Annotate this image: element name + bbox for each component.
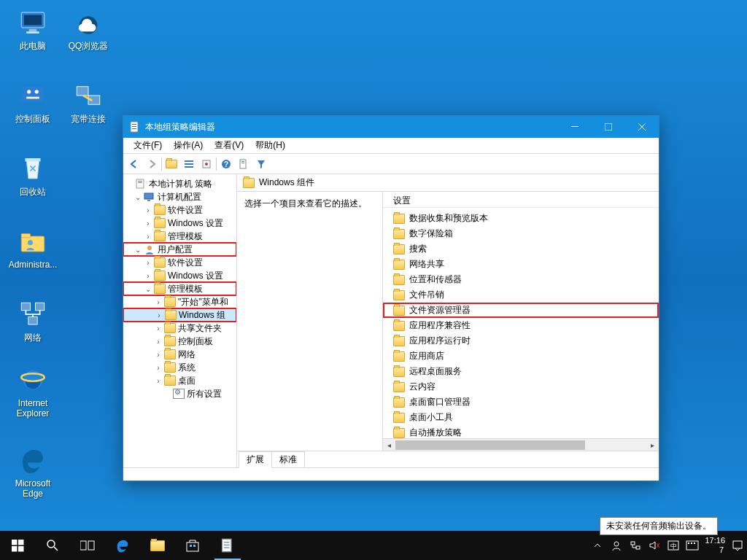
maximize-button[interactable] — [592, 116, 625, 138]
svg-rect-28 — [185, 166, 193, 168]
settings-item[interactable]: 位置和传感器 — [383, 272, 659, 287]
view-tabs: 扩展 标准 — [237, 451, 659, 467]
toolbar-help-button[interactable]: ? — [218, 156, 234, 172]
desktop-icon-network[interactable]: 网络 — [7, 299, 58, 343]
desktop-icon-control-panel[interactable]: 控制面板 — [7, 80, 58, 124]
settings-item[interactable]: 文件资源管理器 — [383, 303, 659, 318]
tree-item[interactable]: ›"开始"菜单和 — [123, 295, 236, 308]
folder-icon — [393, 290, 405, 300]
tree-item[interactable]: ›Windows 设置 — [123, 269, 236, 282]
settings-item[interactable]: 网络共享 — [383, 257, 659, 272]
tray-network-icon[interactable] — [629, 539, 642, 552]
svg-rect-44 — [12, 546, 18, 552]
settings-item[interactable]: 云内容 — [383, 379, 659, 394]
taskbar-gpedit[interactable] — [210, 531, 245, 560]
tree-admin-templates[interactable]: ⌄管理模板 — [123, 282, 236, 295]
desktop-icon-edge[interactable]: Microsoft Edge — [7, 445, 58, 499]
tree-item[interactable]: ›网络 — [123, 348, 236, 361]
settings-item[interactable]: 文件吊销 — [383, 287, 659, 303]
settings-item[interactable]: 数据收集和预览版本 — [383, 211, 659, 226]
tray-chevron-up[interactable] — [591, 539, 604, 552]
settings-item[interactable]: 搜索 — [383, 241, 659, 257]
tree-windows-components[interactable]: ›Windows 组 — [123, 308, 236, 322]
toolbar-list-button[interactable] — [181, 156, 197, 172]
tree-item[interactable]: ›系统 — [123, 361, 236, 374]
tree-item[interactable]: ›控制面板 — [123, 335, 236, 348]
taskbar-edge[interactable] — [105, 531, 140, 560]
tab-extended[interactable]: 扩展 — [239, 451, 272, 468]
tray-people-icon[interactable] — [610, 539, 623, 552]
settings-item[interactable]: 桌面小工具 — [383, 410, 659, 425]
taskbar-explorer[interactable] — [140, 531, 175, 560]
tree-item[interactable]: ›管理模板 — [123, 230, 236, 243]
settings-item[interactable]: 应用商店 — [383, 349, 659, 364]
settings-item-label: 网络共享 — [409, 258, 444, 271]
scroll-thumb[interactable] — [395, 440, 585, 450]
tree-item[interactable]: ›Windows 设置 — [123, 217, 236, 230]
svg-rect-38 — [138, 182, 142, 183]
folder-icon — [393, 367, 405, 377]
tray-volume-icon[interactable] — [648, 539, 661, 552]
settings-item[interactable]: 桌面窗口管理器 — [383, 394, 659, 410]
desktop-icon-recycle-bin[interactable]: 回收站 — [7, 153, 58, 197]
tree-panel[interactable]: 本地计算机 策略 ⌄计算机配置 ›软件设置 ›Windows 设置 ›管理模板 … — [123, 174, 237, 467]
tree-label: 管理模板 — [168, 283, 203, 295]
nav-back-button[interactable] — [126, 156, 142, 172]
settings-item-label: 应用程序运行时 — [409, 335, 471, 347]
folder-icon — [154, 257, 166, 268]
toolbar-properties-button[interactable] — [198, 156, 214, 172]
settings-item[interactable]: 应用程序兼容性 — [383, 318, 659, 333]
column-header-settings[interactable]: 设置 — [383, 192, 659, 208]
ime-icon: 中 — [667, 540, 679, 551]
search-button[interactable] — [35, 531, 70, 560]
settings-item[interactable]: 自动播放策略 — [383, 425, 659, 438]
svg-rect-9 — [77, 87, 88, 96]
close-button[interactable] — [625, 116, 659, 138]
tree-root[interactable]: 本地计算机 策略 — [123, 177, 236, 190]
scroll-right-arrow[interactable]: ▸ — [646, 439, 659, 451]
tray-clock[interactable]: 17:16 7 — [705, 536, 725, 555]
desktop-icon-this-pc[interactable]: 此电脑 — [7, 7, 58, 51]
settings-item[interactable]: 应用程序运行时 — [383, 333, 659, 349]
tree-item[interactable]: ›软件设置 — [123, 203, 236, 217]
horizontal-scrollbar[interactable]: ◂ ▸ — [383, 438, 659, 451]
toolbar-folder-up-button[interactable] — [163, 156, 179, 172]
toolbar-refresh-button[interactable] — [236, 156, 252, 172]
tab-standard[interactable]: 标准 — [271, 451, 305, 467]
tree-item[interactable]: ›共享文件夹 — [123, 322, 236, 335]
toolbar-filter-button[interactable] — [253, 156, 269, 172]
statusbar — [123, 467, 659, 481]
svg-rect-8 — [26, 97, 39, 99]
settings-item[interactable]: 远程桌面服务 — [383, 364, 659, 379]
task-view-button[interactable] — [70, 531, 105, 560]
menu-help[interactable]: 帮助(H) — [249, 138, 291, 153]
tray-keyboard-icon[interactable] — [686, 539, 699, 552]
desktop-icon-qq-browser[interactable]: QQ浏览器 — [63, 7, 114, 51]
folder-icon — [393, 321, 405, 331]
tree-all-settings[interactable]: 所有设置 — [123, 387, 236, 400]
minimize-button[interactable] — [558, 116, 592, 138]
svg-point-46 — [47, 540, 55, 548]
menu-view[interactable]: 查看(V) — [209, 138, 249, 153]
desktop-icon-ie[interactable]: Internet Explorer — [7, 365, 58, 419]
app-icon — [129, 121, 141, 133]
taskbar-store[interactable] — [175, 531, 210, 560]
desktop-icon-broadband[interactable]: 宽带连接 — [63, 80, 114, 124]
nav-forward-button[interactable] — [144, 156, 160, 172]
scroll-left-arrow[interactable]: ◂ — [383, 439, 395, 451]
taskbar: 未安装任何音频输出设备。 中 17:16 7 — [0, 531, 747, 560]
tree-user-config[interactable]: ⌄用户配置 — [123, 243, 236, 256]
tree-item[interactable]: ›软件设置 — [123, 256, 236, 269]
tree-computer-config[interactable]: ⌄计算机配置 — [123, 190, 236, 203]
tree-item[interactable]: ›桌面 — [123, 374, 236, 387]
tray-ime-icon[interactable]: 中 — [667, 539, 680, 552]
settings-item[interactable]: 数字保险箱 — [383, 226, 659, 241]
desktop-icon-admin[interactable]: Administra... — [7, 226, 58, 270]
start-button[interactable] — [0, 531, 35, 560]
tray-notifications[interactable] — [731, 539, 744, 552]
menu-action[interactable]: 操作(A) — [168, 138, 209, 153]
titlebar[interactable]: 本地组策略编辑器 — [123, 116, 659, 138]
settings-list[interactable]: 数据收集和预览版本数字保险箱搜索网络共享位置和传感器文件吊销文件资源管理器应用程… — [383, 208, 659, 438]
tree-label: 本地计算机 策略 — [149, 178, 212, 190]
menu-file[interactable]: 文件(F) — [128, 138, 168, 153]
